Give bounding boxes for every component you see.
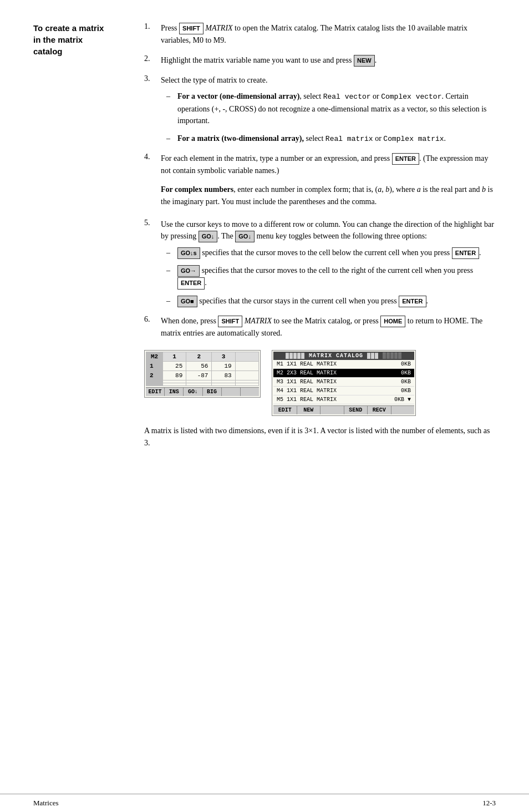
catalog-screen-container: ▓▓▓▓▓ MATRIX CATALOG ▓▓▓ ▒▒▒▒▒ M1 1X1 RE…: [272, 350, 416, 416]
matrix-row-4: [146, 383, 259, 386]
matrix-menu-bar: EDIT INS GO↓ BIG: [146, 387, 259, 396]
step-content-3: Select the type of matrix to create. – F…: [161, 74, 496, 150]
enter-key-4: ENTER: [392, 153, 419, 165]
step-num-4: 4.: [144, 153, 161, 211]
content-area: To create a matrix in the matrix catalog…: [0, 22, 529, 794]
right-column: 1. Press SHIFT MATRIX to open the Matrix…: [144, 22, 496, 760]
footer-right: 12-3: [482, 799, 496, 808]
go-down-key: GO↓s: [177, 247, 200, 259]
step-3: 3. Select the type of matrix to create. …: [144, 74, 496, 150]
step-num-5: 5.: [144, 219, 161, 313]
catalog-row-m1: M1 1X1 REAL MATRIX 0KB: [273, 360, 414, 369]
catalog-menu-bar: EDIT NEW SEND RECV: [273, 405, 414, 414]
footer-left: Matrices: [33, 799, 58, 808]
step-num-3: 3.: [144, 74, 161, 150]
step-3-sublist: – For a vector (one-dimensional array), …: [166, 90, 496, 145]
matrix-row-2: 2 89 -87 83: [146, 371, 259, 380]
catalog-row-m4: M4 1X1 REAL MATRIX 0KB: [273, 387, 414, 395]
go-key-1: GO↓: [199, 231, 218, 242]
shift-key-6: SHIFT: [218, 316, 242, 327]
step-2: 2. Highlight the matrix variable name yo…: [144, 54, 496, 67]
step-num-6: 6.: [144, 315, 161, 339]
home-key: HOME: [380, 316, 405, 327]
step-3a: – For a vector (one-dimensional array), …: [166, 90, 496, 127]
shift-key: SHIFT: [179, 23, 204, 34]
section-heading: To create a matrix in the matrix catalog: [33, 22, 133, 57]
step-4: 4. For each element in the matrix, type …: [144, 153, 496, 211]
matrix-editor-screen: M2 1 2 3 1 25 56 19: [144, 350, 261, 398]
step-1: 1. Press SHIFT MATRIX to open the Matrix…: [144, 22, 496, 47]
step-num-1: 1.: [144, 22, 161, 47]
step-content-2: Highlight the matrix variable name you w…: [161, 54, 496, 67]
step-5a: – GO↓s specifies that the cursor moves t…: [166, 247, 496, 259]
footer: Matrices 12-3: [0, 794, 529, 812]
step-content-6: When done, press SHIFT MATRIX to see the…: [161, 315, 496, 339]
catalog-row-m2: M2 2X3 REAL MATRIX 0KB: [273, 369, 414, 378]
step-3b: – For a matrix (two-dimensional array), …: [166, 133, 496, 145]
step-5-sublist: – GO↓s specifies that the cursor moves t…: [166, 247, 496, 307]
matrix-header-row: M2 1 2 3: [146, 352, 259, 362]
note-text: A matrix is listed with two dimensions, …: [144, 425, 496, 449]
catalog-row-m5: M5 1X1 REAL MATRIX 0KB ▼: [273, 395, 414, 404]
step-num-2: 2.: [144, 54, 161, 67]
enter-key-5c: ENTER: [399, 296, 426, 307]
step-content-5: Use the cursor keys to move to a differe…: [161, 219, 496, 313]
step-6: 6. When done, press SHIFT MATRIX to see …: [144, 315, 496, 339]
step-5: 5. Use the cursor keys to move to a diff…: [144, 219, 496, 313]
catalog-screen: ▓▓▓▓▓ MATRIX CATALOG ▓▓▓ ▒▒▒▒▒ M1 1X1 RE…: [272, 350, 416, 416]
step-content-4: For each element in the matrix, type a n…: [161, 153, 496, 211]
go-right-key: GO→: [177, 265, 200, 277]
matrix-row-1: 1 25 56 19: [146, 362, 259, 371]
left-column: To create a matrix in the matrix catalog: [33, 22, 144, 760]
matrix-screen: M2 1 2 3 1 25 56 19: [144, 350, 261, 398]
complex-numbers-block: For complex numbers, enter each number i…: [161, 184, 496, 209]
step-5b: – GO→ specifies that the cursor moves to…: [166, 265, 496, 289]
enter-key-5b: ENTER: [177, 277, 205, 289]
step-content-1: Press SHIFT MATRIX to open the Matrix ca…: [161, 22, 496, 47]
new-key: NEW: [354, 55, 375, 67]
screenshots-row: M2 1 2 3 1 25 56 19: [144, 350, 496, 416]
catalog-title: ▓▓▓▓▓ MATRIX CATALOG ▓▓▓ ▒▒▒▒▒: [273, 352, 414, 360]
page: To create a matrix in the matrix catalog…: [0, 0, 529, 812]
step-5c: – GO■ specifies that the cursor stays in…: [166, 295, 496, 307]
go-stay-key: GO■: [177, 296, 197, 307]
matrix-table: M2 1 2 3 1 25 56 19: [146, 352, 259, 386]
catalog-row-m3: M3 1X1 REAL MATRIX 0KB: [273, 378, 414, 387]
go-key-2: GO↓: [235, 231, 255, 242]
enter-key-5a: ENTER: [452, 247, 479, 259]
